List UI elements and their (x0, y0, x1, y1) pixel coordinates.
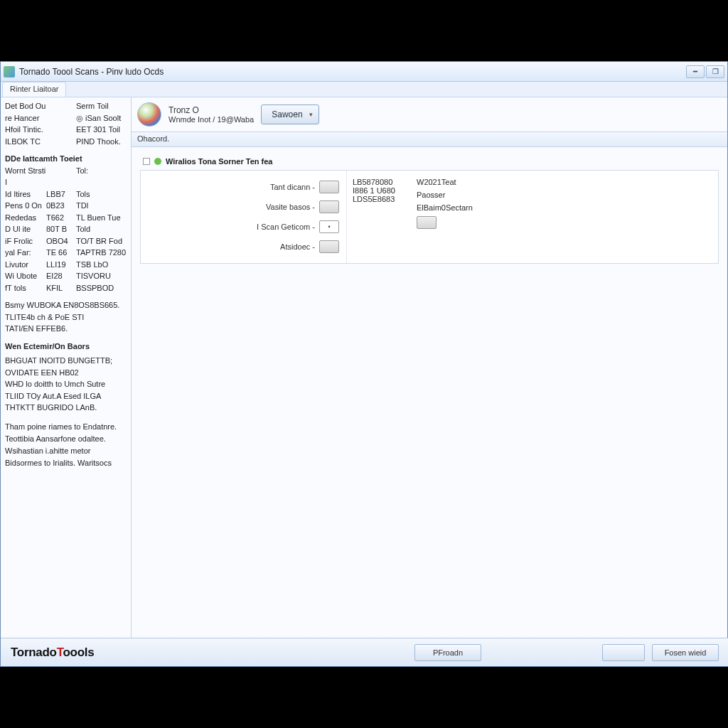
label-r1: Tant dicann (148, 183, 319, 191)
sidebar-line: THTKTT BUGRIDO LAnB. (5, 402, 127, 414)
sidebar-row: D Ul ite80T BTold (5, 223, 127, 235)
field-r2[interactable] (319, 200, 339, 213)
sidebar-line: OVIDATE EEN HB02 (5, 367, 127, 379)
header-line1: Tronz O (168, 105, 254, 115)
tab-main[interactable]: Rinter Liaitoar (2, 82, 66, 97)
mid-v2: I886 1 U680 (353, 186, 405, 195)
app-icon (4, 66, 15, 77)
right-v2: Paosser (417, 191, 712, 199)
sidebar-line: TLIID TOy Aut.A Esed ILGA (5, 390, 127, 402)
section-bar: Ohacord. (132, 132, 727, 147)
minimize-button[interactable]: ━ (686, 65, 705, 78)
status-dot-icon (154, 158, 161, 165)
sidebar-line: TATI/EN EFFEB6. (5, 323, 127, 335)
footer-btn-3[interactable]: Fosen wieid (652, 644, 719, 661)
main-header: Tronz O Wnmde Inot / 19@Waba Sawoen (132, 97, 727, 132)
panel-left: Tant dicann Vasite basos I Scan Geticom•… (141, 171, 347, 263)
footer: TornadoToools PFroadn Fosen wieid (1, 638, 728, 666)
tabbar: Rinter Liaitoar (1, 82, 727, 97)
mid-v3: LDS5E8683 (353, 195, 405, 203)
content: Wiralios Tona Sorner Ten fea Tant dicann… (132, 147, 727, 269)
panel-title: Wiralios Tona Sorner Ten fea (166, 157, 272, 166)
footer-btn-2[interactable] (602, 644, 645, 661)
sidebar-row: yal Far:TE 66TAPTRB 7280 (5, 247, 127, 259)
header-text: Tronz O Wnmde Inot / 19@Waba (168, 105, 254, 124)
titlebar: Tornado Toool Scans - Pinv ludo Ocds ━ ❐ (1, 62, 727, 82)
sidebar-row: Wi UboteEI28TISVORU (5, 270, 127, 282)
field-r4[interactable] (319, 240, 339, 253)
right-v3: ElBaim0Sectarn (417, 203, 712, 212)
sidebar-row: Pens 0 On0B23TDl (5, 200, 127, 212)
sidebar: Det Bod OuSerm Toilre Hancer◎ iSan Soolt… (1, 97, 132, 666)
maximize-button[interactable]: ❐ (706, 65, 724, 78)
sidebar-row: Id ItiresLBB7Tols (5, 188, 127, 200)
main-pane: Tronz O Wnmde Inot / 19@Waba Sawoen Ohac… (132, 97, 727, 666)
window-controls: ━ ❐ (686, 65, 724, 78)
mid-v1: LB5878080 (353, 178, 405, 186)
panel-title-row: Wiralios Tona Sorner Ten fea (140, 153, 719, 170)
globe-icon (137, 102, 161, 127)
sidebar-paragraph: Tham poine riames to Endatnre. Teottibia… (5, 421, 127, 469)
sidebar-section-3: Wen Ectemir/On Baors (5, 341, 127, 353)
footer-btn-1[interactable]: PFroadn (414, 644, 481, 661)
sidebar-row: re Hancer◎ iSan Soolt (5, 112, 127, 124)
sidebar-line: Bsmy WUBOKA EN8OS8BS665. (5, 299, 127, 311)
field-r3-dropdown[interactable]: • (319, 220, 339, 233)
sidebar-line: TLITE4b ch & PoE STI (5, 311, 127, 323)
sidebar-row: Det Bod OuSerm Toil (5, 100, 127, 112)
sidebar-row: RededasT662TL Buen Tue (5, 212, 127, 224)
sidebar-row: iF FrolicOBO4TO/T BR Fod (5, 235, 127, 247)
footer-logo: TornadoToools (11, 646, 94, 660)
expand-icon[interactable] (143, 158, 150, 165)
sidebar-section-1: DDe Iattcamth Toeiet (5, 153, 127, 165)
window-title: Tornado Toool Scans - Pinv ludo Ocds (19, 67, 686, 77)
sidebar-row: LivutorLLI19TSB LbO (5, 259, 127, 271)
right-action-button[interactable] (417, 216, 437, 229)
right-v1: W2021Teat (417, 178, 712, 186)
save-dropdown-button[interactable]: Sawoen (261, 105, 318, 124)
sidebar-row: ILBOK TCPIND Thook. (5, 136, 127, 148)
label-r4: Atsidoec (148, 242, 319, 251)
sidebar-row: fT tolsKFILBSSPBOD (5, 282, 127, 294)
field-r1[interactable] (319, 181, 339, 193)
panel-mid: LB5878080 I886 1 U680 LDS5E8683 (347, 171, 411, 263)
sidebar-row: Hfoil Tintic.EET 301 Toil (5, 124, 127, 136)
sidebar-row: Wornt Strsti ITol: (5, 165, 127, 188)
app-window: Tornado Toool Scans - Pinv ludo Ocds ━ ❐… (0, 61, 728, 667)
label-r2: Vasite basos (148, 203, 319, 211)
sidebar-line: WHD lo doitth to Umch Sutre (5, 378, 127, 390)
label-r3: I Scan Geticom (148, 223, 319, 231)
settings-panel: Tant dicann Vasite basos I Scan Geticom•… (140, 170, 719, 264)
sidebar-line: BHGUAT INOITD BUNGETTB; (5, 355, 127, 367)
body: Det Bod OuSerm Toilre Hancer◎ iSan Soolt… (1, 97, 727, 666)
panel-right: W2021Teat Paosser ElBaim0Sectarn (411, 171, 718, 263)
